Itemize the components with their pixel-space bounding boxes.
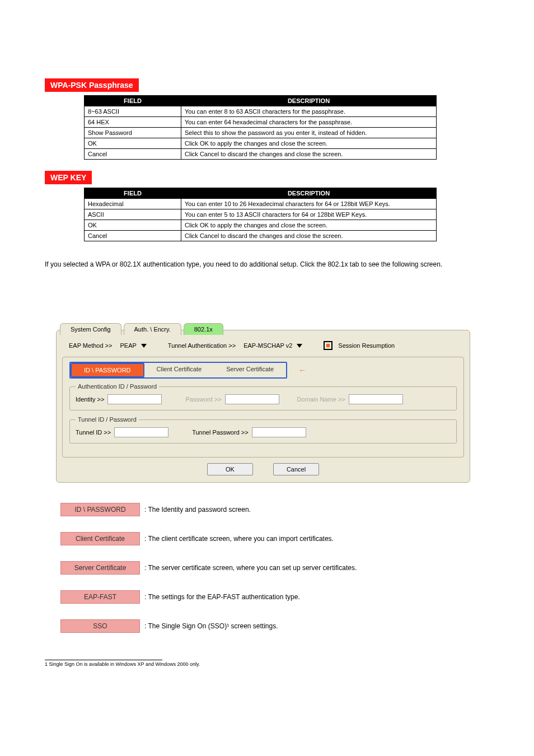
eap-method-select[interactable]: PEAP <box>115 341 151 350</box>
table-row: 8~63 ASCIIYou can enter 8 to 63 ASCII ch… <box>85 106 437 117</box>
th-desc: DESCRIPTION <box>181 188 437 199</box>
tunnel-auth-select[interactable]: EAP-MSCHAP v2 <box>239 341 307 350</box>
footnote-divider <box>45 660 162 660</box>
tab-8021x[interactable]: 802.1x <box>184 323 223 335</box>
tunnel-auth-label: Tunnel Authentication >> <box>168 342 236 349</box>
table-row: OKClick OK to apply the changes and clos… <box>85 220 437 231</box>
pink-desc: : The client certificate screen, where y… <box>144 535 334 543</box>
auth-legend: Authentication ID / Password <box>76 383 159 390</box>
domain-label: Domain Name >> <box>297 396 345 403</box>
table-row: OKClick OK to apply the changes and clos… <box>85 138 437 149</box>
chevron-down-icon <box>141 344 147 348</box>
password-label: Password >> <box>185 396 221 403</box>
tunnel-id-label: Tunnel ID >> <box>76 429 111 436</box>
ok-button[interactable]: OK <box>207 463 253 475</box>
tunnel-legend: Tunnel ID / Password <box>76 416 139 423</box>
eap-method-label: EAP Method >> <box>69 342 112 349</box>
password-input[interactable] <box>225 394 279 404</box>
table-row: HexadecimalYou can enter 10 to 26 Hexade… <box>85 199 437 209</box>
session-resumption-checkbox[interactable] <box>324 341 332 350</box>
wep-table: FIELD DESCRIPTION HexadecimalYou can ent… <box>84 188 437 241</box>
tunnel-id-password-group: Tunnel ID / Password Tunnel ID >> Tunnel… <box>69 416 457 444</box>
pink-desc: : The Single Sign On (SSO)¹ screen setti… <box>144 622 278 630</box>
session-resumption-label: Session Resumption <box>338 342 395 349</box>
identity-input[interactable] <box>107 394 162 404</box>
pink-button-client-cert[interactable]: Client Certificate <box>60 532 140 545</box>
table-row: 64 HEXYou can enter 64 hexadecimal chara… <box>85 117 437 128</box>
footnote-text: 1 Single Sign On is available in Windows… <box>45 661 489 667</box>
table-row: CancelClick Cancel to discard the change… <box>85 149 437 160</box>
th-field: FIELD <box>85 188 181 199</box>
pink-desc: : The settings for the EAP-FAST authenti… <box>144 593 300 601</box>
intro-text: If you selected a WPA or 802.1X authenti… <box>45 260 459 268</box>
pink-button-server-cert[interactable]: Server Certificate <box>60 561 140 575</box>
eap-method-value: PEAP <box>120 342 136 349</box>
subtab-client-cert[interactable]: Client Certificate <box>144 363 214 377</box>
cancel-button[interactable]: Cancel <box>273 463 319 475</box>
domain-input[interactable] <box>349 394 403 404</box>
tunnel-id-input[interactable] <box>114 427 168 437</box>
pink-desc: : The Identity and password screen. <box>144 506 251 514</box>
passphrase-table: FIELD DESCRIPTION 8~63 ASCIIYou can ente… <box>84 95 437 160</box>
subtab-id-password[interactable]: ID \ PASSWORD <box>71 363 144 377</box>
pink-button-sso[interactable]: SSO <box>60 619 140 633</box>
section-heading-wep: WEP KEY <box>45 171 92 184</box>
table-row: CancelClick Cancel to discard the change… <box>85 231 437 241</box>
chevron-down-icon <box>297 344 302 348</box>
table-row: Show PasswordSelect this to show the pas… <box>85 128 437 138</box>
subtab-server-cert[interactable]: Server Certificate <box>214 363 286 377</box>
tab-system-config[interactable]: System Config <box>60 323 121 335</box>
table-row: ASCIIYou can enter 5 to 13 ASCII charact… <box>85 209 437 220</box>
arrow-left-icon: ← <box>298 366 306 375</box>
pink-button-eap-fast[interactable]: EAP-FAST <box>60 590 140 604</box>
tunnel-password-input[interactable] <box>252 427 306 437</box>
section-heading-passphrase: WPA-PSK Passphrase <box>45 78 139 92</box>
auth-id-password-group: Authentication ID / Password Identity >>… <box>69 383 457 410</box>
identity-label: Identity >> <box>76 396 104 403</box>
tunnel-auth-value: EAP-MSCHAP v2 <box>243 342 292 349</box>
tunnel-password-label: Tunnel Password >> <box>192 429 248 436</box>
config-panel: System Config Auth. \ Encry. 802.1x EAP … <box>56 330 470 483</box>
pink-button-list: ID \ PASSWORD : The Identity and passwor… <box>60 503 489 633</box>
th-desc: DESCRIPTION <box>181 96 437 106</box>
pink-button-id-password[interactable]: ID \ PASSWORD <box>60 503 140 516</box>
pink-desc: : The server certificate screen, where y… <box>144 564 357 572</box>
th-field: FIELD <box>85 96 181 106</box>
tab-auth-encry[interactable]: Auth. \ Encry. <box>124 323 181 335</box>
